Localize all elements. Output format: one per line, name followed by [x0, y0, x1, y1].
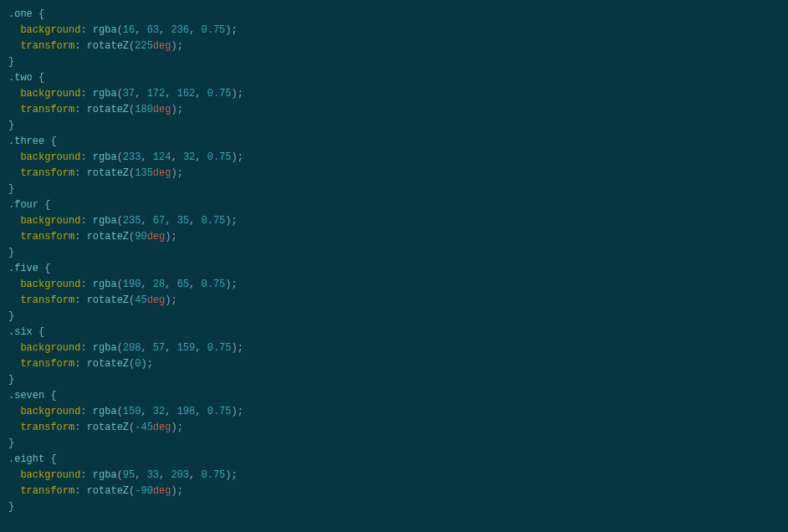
code-line: } — [8, 436, 780, 452]
code-line: transform: rotateZ(180deg); — [8, 102, 780, 118]
number: 0.75 — [201, 469, 225, 481]
code-line: .six { — [8, 325, 780, 340]
func-rotatez: rotateZ — [87, 104, 129, 115]
unit-deg: deg — [153, 422, 171, 433]
code-line: .one { — [8, 7, 780, 23]
selector: .six — [8, 326, 33, 338]
property-background: background — [20, 342, 80, 354]
number: -90 — [135, 485, 153, 497]
number: 235 — [123, 215, 141, 227]
func-rgba: rgba — [93, 24, 117, 36]
func-rgba: rgba — [93, 406, 117, 417]
func-rotatez: rotateZ — [87, 231, 129, 243]
code-line: background: rgba(16, 63, 236, 0.75); — [8, 23, 780, 38]
code-line: } — [8, 372, 780, 388]
number: 28 — [153, 279, 165, 290]
number: 67 — [153, 215, 165, 227]
property-transform: transform — [20, 358, 74, 370]
number: 0.75 — [207, 342, 232, 354]
number: 65 — [177, 279, 189, 290]
unit-deg: deg — [153, 485, 171, 497]
number: 45 — [135, 294, 146, 306]
number: 0.75 — [201, 279, 225, 290]
func-rotatez: rotateZ — [87, 358, 129, 370]
number: 37 — [123, 88, 135, 100]
code-line: transform: rotateZ(-90deg); — [8, 483, 780, 499]
unit-deg: deg — [153, 167, 171, 179]
number: 124 — [153, 151, 171, 163]
property-transform: transform — [20, 294, 74, 306]
code-line: transform: rotateZ(45deg); — [8, 293, 780, 309]
code-line: transform: rotateZ(-45deg); — [8, 420, 780, 436]
number: 159 — [177, 342, 196, 354]
code-line: transform: rotateZ(0); — [8, 356, 780, 372]
number: 233 — [123, 151, 141, 163]
number: 225 — [135, 40, 153, 52]
number: 198 — [177, 406, 196, 417]
code-line: .two { — [8, 70, 780, 86]
code-line: .four { — [8, 197, 780, 213]
number: 33 — [147, 469, 159, 481]
number: 203 — [171, 469, 189, 481]
property-background: background — [20, 88, 80, 100]
property-background: background — [20, 469, 80, 481]
number: 150 — [123, 406, 141, 417]
code-line: background: rgba(208, 57, 159, 0.75); — [8, 340, 780, 356]
property-transform: transform — [20, 40, 74, 52]
property-background: background — [20, 279, 80, 290]
code-line: .seven { — [8, 388, 780, 404]
number: 180 — [135, 104, 153, 115]
number: 35 — [177, 215, 189, 227]
number: 57 — [153, 342, 165, 354]
code-line: transform: rotateZ(225deg); — [8, 38, 780, 54]
selector: .eight — [8, 453, 44, 465]
property-transform: transform — [20, 231, 74, 243]
property-transform: transform — [20, 167, 74, 179]
number: 0.75 — [207, 406, 232, 417]
func-rgba: rgba — [93, 469, 117, 481]
number: 32 — [153, 406, 165, 417]
property-background: background — [20, 151, 80, 163]
number: 32 — [183, 151, 195, 163]
number: 0.75 — [201, 24, 225, 36]
unit-deg: deg — [153, 40, 171, 52]
number: 0.75 — [207, 151, 232, 163]
property-transform: transform — [20, 422, 74, 433]
selector: .five — [8, 263, 38, 274]
code-line: .five { — [8, 261, 780, 277]
func-rotatez: rotateZ — [87, 485, 129, 497]
code-line: } — [8, 118, 780, 134]
code-line: background: rgba(233, 124, 32, 0.75); — [8, 150, 780, 166]
number: 172 — [147, 88, 166, 100]
number: -45 — [135, 422, 153, 433]
number: 63 — [147, 24, 159, 36]
number: 0.75 — [201, 215, 225, 227]
code-line: background: rgba(235, 67, 35, 0.75); — [8, 213, 780, 229]
func-rgba: rgba — [93, 88, 117, 100]
code-line: } — [8, 245, 780, 261]
code-line: } — [8, 499, 780, 515]
code-line: transform: rotateZ(90deg); — [8, 229, 780, 245]
property-background: background — [20, 24, 80, 36]
number: 162 — [177, 88, 196, 100]
property-background: background — [20, 215, 80, 227]
number: 0.75 — [207, 88, 232, 100]
code-line: background: rgba(37, 172, 162, 0.75); — [8, 86, 780, 102]
number: 208 — [123, 342, 141, 354]
func-rgba: rgba — [93, 279, 117, 290]
code-line: } — [8, 309, 780, 325]
func-rotatez: rotateZ — [87, 40, 129, 52]
number: 236 — [171, 24, 189, 36]
number: 95 — [123, 469, 135, 481]
unit-deg: deg — [147, 294, 166, 306]
func-rotatez: rotateZ — [87, 167, 129, 179]
func-rgba: rgba — [93, 151, 117, 163]
property-background: background — [20, 406, 80, 417]
number: 90 — [135, 231, 146, 243]
code-line: background: rgba(150, 32, 198, 0.75); — [8, 404, 780, 420]
property-transform: transform — [20, 485, 74, 497]
code-block: .one { background: rgba(16, 63, 236, 0.7… — [8, 7, 780, 515]
code-line: background: rgba(95, 33, 203, 0.75); — [8, 468, 780, 483]
selector: .seven — [8, 390, 44, 402]
code-line: } — [8, 182, 780, 197]
